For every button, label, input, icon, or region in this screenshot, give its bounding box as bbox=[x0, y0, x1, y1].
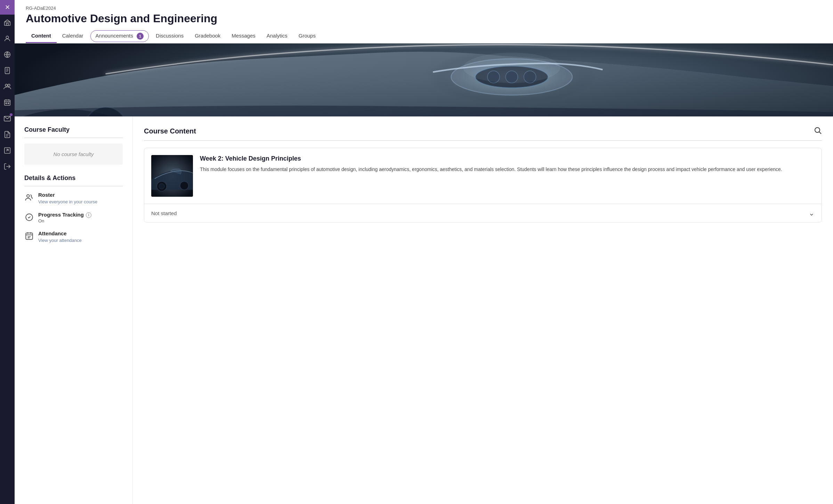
announcements-badge: 1 bbox=[137, 33, 144, 40]
svg-point-8 bbox=[5, 84, 7, 86]
details-actions-title: Details & Actions bbox=[24, 174, 123, 182]
progress-tracking-icon bbox=[24, 212, 34, 222]
attendance-link[interactable]: View your attendance bbox=[38, 238, 82, 243]
sidebar-item-user[interactable] bbox=[0, 31, 15, 46]
sidebar-item-document[interactable] bbox=[0, 127, 15, 142]
sidebar-item-groups[interactable] bbox=[0, 79, 15, 94]
svg-point-44 bbox=[180, 181, 188, 190]
svg-point-31 bbox=[27, 195, 30, 197]
sidebar-item-export[interactable] bbox=[0, 143, 15, 158]
faculty-divider bbox=[24, 138, 123, 138]
details-divider bbox=[24, 186, 123, 186]
svg-rect-33 bbox=[26, 233, 33, 239]
attendance-item: Attendance View your attendance bbox=[24, 230, 123, 243]
sidebar: ✕ bbox=[0, 0, 15, 504]
right-panel: Course Content bbox=[133, 116, 833, 504]
progress-info-icon[interactable]: i bbox=[86, 212, 91, 218]
roster-icon bbox=[24, 193, 34, 202]
sidebar-item-logout[interactable] bbox=[0, 159, 15, 174]
content-area: Course Faculty No course faculty Details… bbox=[15, 116, 833, 504]
left-panel: Course Faculty No course faculty Details… bbox=[15, 116, 133, 504]
svg-rect-1 bbox=[6, 23, 8, 25]
svg-line-40 bbox=[819, 132, 822, 134]
svg-point-9 bbox=[8, 84, 10, 86]
content-card: Week 2: Vehicle Design Principles This m… bbox=[144, 148, 822, 222]
tab-bar: Content Calendar Announcements 1 Discuss… bbox=[26, 29, 822, 43]
tab-calendar[interactable]: Calendar bbox=[57, 29, 89, 43]
tab-messages[interactable]: Messages bbox=[226, 29, 261, 43]
close-icon: ✕ bbox=[5, 3, 10, 11]
progress-label-row: Progress Tracking i bbox=[38, 212, 91, 218]
svg-line-20 bbox=[6, 149, 8, 151]
svg-point-30 bbox=[463, 53, 560, 83]
svg-rect-0 bbox=[5, 22, 10, 25]
roster-label: Roster bbox=[38, 192, 97, 198]
content-card-footer[interactable]: Not started ⌄ bbox=[144, 204, 822, 222]
course-code: RG-ADaE2024 bbox=[26, 6, 822, 11]
tab-gradebook[interactable]: Gradebook bbox=[189, 29, 226, 43]
content-card-body: Week 2: Vehicle Design Principles This m… bbox=[144, 148, 822, 204]
roster-link[interactable]: View everyone in your course bbox=[38, 199, 97, 204]
content-item-description: This module focuses on the fundamental p… bbox=[200, 166, 782, 173]
tab-analytics[interactable]: Analytics bbox=[261, 29, 293, 43]
progress-tracking-item: Progress Tracking i On bbox=[24, 212, 123, 223]
course-content-title: Course Content bbox=[144, 127, 196, 135]
attendance-icon bbox=[24, 231, 34, 241]
content-status: Not started bbox=[151, 210, 177, 216]
attendance-label: Attendance bbox=[38, 230, 82, 236]
tab-discussions[interactable]: Discussions bbox=[150, 29, 189, 43]
close-button[interactable]: ✕ bbox=[0, 0, 15, 15]
tab-content[interactable]: Content bbox=[26, 29, 57, 43]
svg-rect-10 bbox=[5, 100, 10, 106]
svg-rect-15 bbox=[8, 103, 9, 104]
page-header: RG-ADaE2024 Automotive Design and Engine… bbox=[15, 0, 833, 43]
content-card-info: Week 2: Vehicle Design Principles This m… bbox=[200, 155, 782, 173]
sidebar-item-gradebook[interactable] bbox=[0, 63, 15, 78]
sidebar-item-institution[interactable] bbox=[0, 15, 15, 30]
content-divider bbox=[144, 140, 822, 141]
content-card-thumbnail bbox=[151, 155, 193, 197]
sidebar-item-globe[interactable] bbox=[0, 47, 15, 62]
progress-tracking-status: On bbox=[38, 218, 91, 223]
right-panel-header: Course Content bbox=[144, 126, 822, 136]
svg-rect-14 bbox=[6, 103, 7, 104]
chevron-down-icon[interactable]: ⌄ bbox=[809, 209, 815, 217]
svg-rect-4 bbox=[5, 67, 10, 74]
roster-item: Roster View everyone in your course bbox=[24, 192, 123, 205]
search-button[interactable] bbox=[814, 126, 822, 136]
progress-tracking-label: Progress Tracking bbox=[38, 212, 84, 218]
course-title: Automotive Design and Engineering bbox=[26, 12, 822, 25]
course-faculty-title: Course Faculty bbox=[24, 126, 123, 133]
tab-announcements[interactable]: Announcements 1 bbox=[90, 30, 149, 42]
sidebar-item-mail[interactable] bbox=[0, 111, 15, 126]
no-faculty-box: No course faculty bbox=[24, 144, 123, 165]
content-item-title: Week 2: Vehicle Design Principles bbox=[200, 155, 782, 162]
main-content: RG-ADaE2024 Automotive Design and Engine… bbox=[15, 0, 833, 504]
sidebar-item-calendar[interactable] bbox=[0, 95, 15, 110]
tab-groups[interactable]: Groups bbox=[293, 29, 321, 43]
hero-image bbox=[15, 43, 833, 116]
svg-point-2 bbox=[6, 36, 8, 39]
no-faculty-text: No course faculty bbox=[54, 151, 94, 157]
svg-point-39 bbox=[815, 128, 820, 132]
svg-point-43 bbox=[159, 184, 164, 189]
